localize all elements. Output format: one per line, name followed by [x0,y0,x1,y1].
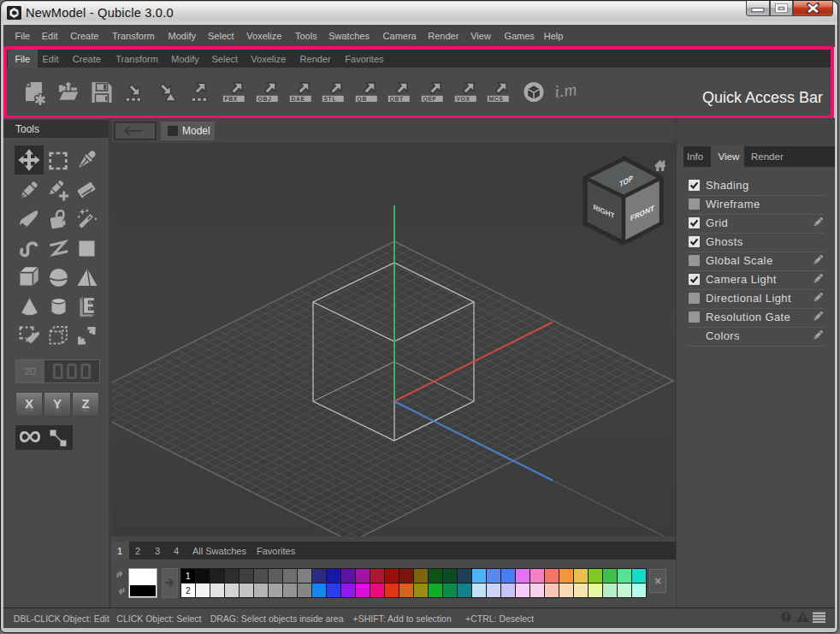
svg-text:DAE: DAE [291,96,305,102]
svg-text:FBX: FBX [225,96,239,102]
svg-text:OBJ: OBJ [257,96,271,102]
svg-text:1: 1 [186,572,191,581]
svg-text:i.m: i.m [553,79,578,102]
svg-text:VOX: VOX [456,96,470,102]
svg-text:MCS: MCS [489,96,504,102]
svg-text:QB: QB [357,96,367,103]
svg-text:QEF: QEF [423,96,436,103]
svg-text:2: 2 [186,586,191,595]
svg-text:QBT: QBT [390,96,405,103]
svg-text:STL: STL [324,96,337,102]
